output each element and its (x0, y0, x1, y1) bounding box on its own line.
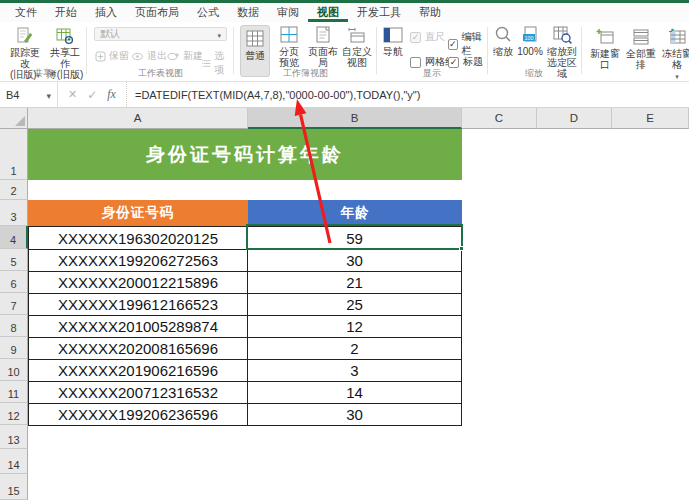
tab-formulas[interactable]: 公式 (188, 3, 228, 22)
formula-input[interactable]: =DATEDIF(TEXT(MID(A4,7,8),"0000-00-00"),… (127, 82, 689, 107)
ruler-checkbox[interactable]: 直尺 (410, 30, 445, 44)
title-banner-cell[interactable]: 身份证号码计算年龄 (28, 129, 462, 180)
row-header[interactable]: 3 (0, 200, 28, 226)
cell-age[interactable]: 25 (248, 294, 462, 315)
page-layout-view-button[interactable]: 页面布局 (307, 25, 339, 68)
group-zoom-label: 缩放 (489, 67, 579, 80)
freeze-panes-button[interactable]: 冻结窗格 (660, 27, 689, 82)
column-header-b[interactable]: B (248, 108, 462, 129)
track-changes-label-1: 跟踪更改 (6, 47, 44, 69)
row-header[interactable]: 12 (0, 403, 28, 425)
zoom-100-label: 100% (517, 46, 543, 57)
chevron-down-icon (46, 89, 51, 101)
row-header[interactable]: 14 (0, 449, 28, 474)
navigation-button[interactable]: 导航 (380, 25, 406, 57)
group-divider (376, 27, 377, 74)
id-column-header-cell[interactable]: 身份证号码 (28, 200, 248, 226)
cell-age[interactable]: 3 (248, 360, 462, 381)
arrange-all-label: 全部重排 (625, 48, 657, 70)
cell-age[interactable]: 59 (248, 227, 462, 249)
row-header[interactable]: 4 (0, 226, 28, 249)
new-window-button[interactable]: 新建窗口 (588, 27, 622, 70)
name-box[interactable]: B4 (0, 82, 58, 107)
tab-insert[interactable]: 插入 (86, 3, 126, 22)
row-header[interactable]: 8 (0, 315, 28, 337)
tab-review[interactable]: 审阅 (268, 3, 308, 22)
group-divider (86, 27, 87, 74)
new-view-label: 新建 (183, 49, 203, 63)
tab-data[interactable]: 数据 (228, 3, 268, 22)
group-window: 新建窗口 全部重排 冻结窗格 (584, 22, 689, 81)
row-header[interactable]: 11 (0, 381, 28, 403)
cancel-icon[interactable] (68, 88, 77, 101)
row-header[interactable]: 5 (0, 249, 28, 271)
group-workbook-views: 普通 分页 预览 页面布局 自定义视图 工作簿视图 (235, 22, 376, 81)
cell-id[interactable]: XXXXXX196302020125 (28, 227, 248, 249)
cell-id[interactable]: XXXXXX201005289874 (28, 316, 248, 337)
cell-age[interactable]: 12 (248, 316, 462, 337)
row-header[interactable]: 15 (0, 474, 28, 500)
column-header-d[interactable]: D (537, 108, 612, 129)
page-break-preview-button[interactable]: 分页 预览 (273, 25, 305, 68)
column-header-e[interactable]: E (612, 108, 689, 129)
zoom-icon (494, 25, 512, 45)
table-row: XXXXXX200712316532 14 (28, 382, 462, 404)
keep-sheet-view-button[interactable]: 保留 (95, 49, 129, 63)
insert-function-icon[interactable] (107, 87, 116, 102)
tab-view[interactable]: 视图 (308, 3, 348, 22)
row-header[interactable]: 7 (0, 293, 28, 315)
sheet-view-preset-value: 默认 (100, 27, 120, 41)
formula-bar-buttons (58, 82, 127, 107)
zoom-100-button[interactable]: 100 100% (516, 25, 544, 57)
ribbon: 跟踪更改 (旧版) 共享工作 簿(旧版) 共享 默认 保留 (0, 22, 689, 82)
tab-page-layout[interactable]: 页面布局 (126, 3, 188, 22)
cell-id[interactable]: XXXXXX199206236596 (28, 404, 248, 425)
new-sheet-view-button[interactable]: 新建 (167, 49, 203, 63)
group-workbook-views-label: 工作簿视图 (235, 67, 376, 80)
custom-views-icon (347, 25, 367, 45)
row-header[interactable]: 6 (0, 271, 28, 293)
row-header[interactable]: 9 (0, 337, 28, 359)
tab-help[interactable]: 帮助 (410, 3, 450, 22)
cell-age[interactable]: 30 (248, 404, 462, 425)
custom-views-button[interactable]: 自定义视图 (339, 25, 375, 68)
row-header[interactable]: 13 (0, 425, 28, 449)
tab-developer[interactable]: 开发工具 (348, 3, 410, 22)
cell-id[interactable]: XXXXXX200012215896 (28, 272, 248, 293)
checkbox-icon (448, 57, 459, 68)
track-changes-icon (16, 26, 34, 46)
cell-id[interactable]: XXXXXX200712316532 (28, 382, 248, 403)
cell-age[interactable]: 14 (248, 382, 462, 403)
cell-age[interactable]: 30 (248, 250, 462, 271)
select-all-corner[interactable] (0, 108, 28, 129)
excel-window: 文件 开始 插入 页面布局 公式 数据 审阅 视图 开发工具 帮助 跟踪更改 (… (0, 0, 689, 500)
row-header[interactable]: 10 (0, 359, 28, 381)
row-header[interactable]: 1 (0, 129, 28, 180)
sheet-view-preset-dropdown[interactable]: 默认 (94, 27, 227, 41)
cell-id[interactable]: XXXXXX199612166523 (28, 294, 248, 315)
tab-file[interactable]: 文件 (6, 3, 46, 22)
column-header-c[interactable]: C (462, 108, 537, 129)
table-row: XXXXXX199206236596 30 (28, 404, 462, 426)
age-column-header-cell[interactable]: 年龄 (248, 200, 462, 226)
table-row: XXXXXX199206272563 30 (28, 250, 462, 272)
group-share: 跟踪更改 (旧版) 共享工作 簿(旧版) 共享 (0, 22, 86, 81)
formula-bar-label: 编辑栏 (462, 30, 486, 58)
arrange-all-button[interactable]: 全部重排 (625, 27, 657, 70)
chevron-down-icon (675, 70, 679, 82)
enter-icon[interactable] (87, 88, 97, 102)
cell-id[interactable]: XXXXXX201906216596 (28, 360, 248, 381)
sheet-grid: A B C D E 1 2 3 4 5 6 7 8 9 10 11 12 13 … (0, 108, 689, 500)
zoom-button[interactable]: 缩放 (491, 25, 515, 57)
exit-sheet-view-button[interactable]: 退出 (131, 49, 167, 63)
cell-id[interactable]: XXXXXX199206272563 (28, 250, 248, 271)
chevron-down-icon (217, 29, 221, 40)
column-header-a[interactable]: A (28, 108, 248, 129)
cell-age[interactable]: 2 (248, 338, 462, 359)
cell-id[interactable]: XXXXXX202008165696 (28, 338, 248, 359)
data-table: XXXXXX196302020125 59 XXXXXX199206272563… (28, 226, 462, 426)
row-header[interactable]: 2 (0, 180, 28, 200)
formula-bar-checkbox[interactable]: 编辑栏 (448, 30, 486, 58)
tab-home[interactable]: 开始 (46, 3, 86, 22)
cell-age[interactable]: 21 (248, 272, 462, 293)
